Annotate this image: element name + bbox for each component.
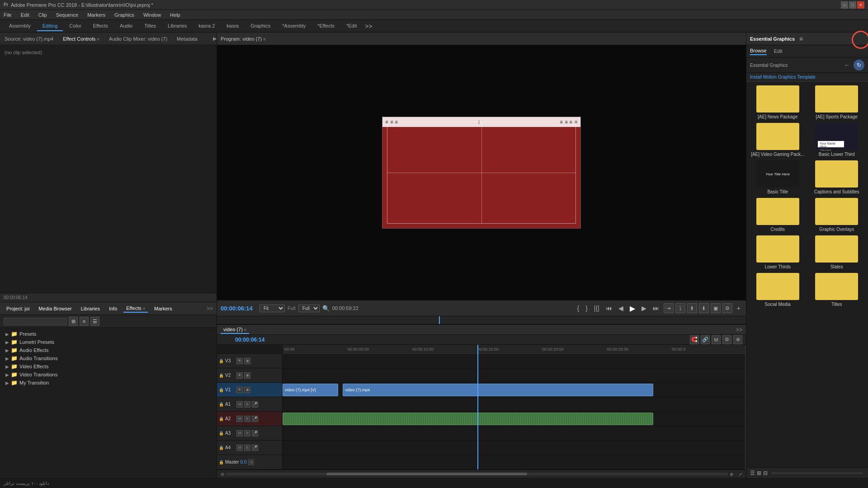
track-mic-a4[interactable]: 🎤 [252,445,258,451]
ws-tab-editing[interactable]: Editing [37,21,63,31]
eg-item-captions[interactable]: Captions and Subtitles [809,160,865,194]
track-m-a4[interactable]: M [236,445,243,451]
effects-tab[interactable]: Effects ≡ [123,305,148,313]
project-tab[interactable]: Project: joi [4,305,32,312]
timeline-timecode[interactable]: 00:00:06:14 [235,337,264,343]
clip-v1-2[interactable]: video (7).mp4 [343,384,653,396]
mark-in-button[interactable]: { [575,304,581,313]
ws-tab-color[interactable]: Color [64,21,86,31]
track-s-a3[interactable]: S [244,430,250,436]
track-s-a2[interactable]: S [244,416,250,422]
go-in-button[interactable]: ⏮ [604,304,614,313]
go-out-button[interactable]: ⏭ [651,304,661,313]
track-eye-v3[interactable]: 👁 [236,358,243,364]
markers-tab-left[interactable]: Markers [151,305,175,312]
track-s-a1[interactable]: S [244,401,250,408]
play-button[interactable]: ▶ [628,303,637,314]
settings-icon[interactable]: ⚙ [722,303,732,313]
mark-out-button[interactable]: } [584,304,590,313]
program-scrub-bar[interactable] [217,316,746,324]
eg-install-button[interactable]: Install Motion Graphics Template [750,75,816,80]
eg-item-graphic-overlays[interactable]: Graphic Overlays [809,198,865,232]
tl-zoom-out[interactable]: ⊖ [221,472,224,477]
menu-help[interactable]: Help [168,11,182,19]
overwrite-icon[interactable]: ⤵ [675,303,685,313]
effects-search-input[interactable] [4,318,67,325]
timeline-btn-add-marker[interactable]: M [712,335,721,344]
tl-zoom-slider[interactable] [226,473,728,475]
mark-clip-button[interactable]: |{| [592,304,601,313]
tree-lumetri[interactable]: ▶ 📁 Lumetri Presets [0,338,217,346]
tree-video-transitions[interactable]: ▶ 📁 Video Transitions [0,371,217,379]
eg-item-slates[interactable]: Slates [809,235,865,269]
extract-icon[interactable]: ⬇ [699,303,709,313]
ws-tab-audio[interactable]: Audio [114,21,138,31]
eg-item-credits[interactable]: Credits [750,198,806,232]
ws-tab-assembly2[interactable]: *Assembly [277,21,311,31]
menu-graphics[interactable]: Graphics [113,11,136,19]
tree-video-effects[interactable]: ▶ 📁 Video Effects [0,362,217,371]
eg-item-news-package[interactable]: [AE] News Package [750,85,806,119]
eg-back-icon[interactable]: ← [844,62,850,68]
media-browser-tab[interactable]: Media Browser [36,305,74,312]
libraries-tab[interactable]: Libraries [78,305,103,312]
eg-item-titles[interactable]: Titles [809,273,865,307]
close-button[interactable]: ✕ [857,1,864,9]
tree-presets[interactable]: ▶ 📁 Presets [0,330,217,338]
eg-item-sports-package[interactable]: [AE] Sports Package [809,85,865,119]
timeline-btn-link[interactable]: 🔗 [701,335,710,344]
eg-grid-view-button[interactable]: ⊞ [757,470,761,476]
track-mic-a3[interactable]: 🎤 [252,430,258,436]
timeline-title-tab[interactable]: video (7) ≡ [221,326,249,334]
eg-zoom-slider[interactable]: ⊟ [763,470,768,476]
workspace-more[interactable]: >> [365,23,372,30]
tree-audio-transitions[interactable]: ▶ 📁 Audio Transitions [0,354,217,362]
ws-tab-effects[interactable]: Effects [88,21,113,31]
quality-select[interactable]: Full 1/2 1/4 [298,305,320,312]
tree-audio-effects[interactable]: ▶ 📁 Audio Effects [0,346,217,354]
clip-a2-1[interactable] [283,413,653,425]
clip-v1-1[interactable]: video (7).mp4 [V] [283,384,338,396]
effect-controls-tab[interactable]: Effect Controls ≡ [58,35,104,42]
panel-expand-icon[interactable]: >> [207,305,213,312]
menu-edit[interactable]: Edit [19,11,31,19]
eg-zoom-bar[interactable] [771,472,863,474]
menu-clip[interactable]: Clip [37,11,49,19]
timeline-content[interactable]: 00:00 00:00:05:00 00:00:10:00 00:00:15:0… [283,345,746,469]
ws-tab-titles[interactable]: Titles [139,21,161,31]
timeline-expand[interactable]: >> [736,327,742,333]
menu-file[interactable]: File [2,11,14,19]
source-tab[interactable]: Source: video (7).mp4 [0,35,58,42]
track-m-a3[interactable]: M [236,430,243,436]
track-solo-v3[interactable]: ◉ [244,358,250,364]
audio-clip-mixer-tab[interactable]: Audio Clip Mixer: video (7) [104,35,172,42]
eg-item-gaming-pack[interactable]: [AE] Video Gaming Pack... [750,123,806,157]
effects-btn2[interactable]: ≡ [80,317,89,326]
eg-item-social-media[interactable]: Social Media [750,273,806,307]
safe-margins-icon[interactable]: ▣ [711,303,721,313]
track-eye-v1[interactable]: 👁 [236,387,243,393]
lift-icon[interactable]: ⬆ [687,303,697,313]
track-s-a4[interactable]: S [244,445,250,451]
program-timecode[interactable]: 00:00:06:14 [221,305,257,312]
ws-tab-effects2[interactable]: *Effects [312,21,340,31]
eg-item-lower-thirds[interactable]: Lower Thirds [750,235,806,269]
master-btn[interactable]: ⊣ [248,459,254,465]
track-mic-a1[interactable]: 🎤 [252,401,258,408]
eg-menu-button[interactable]: ≡ [799,35,803,42]
ws-tab-kasra2[interactable]: kasra 2 [193,21,220,31]
step-forward-button[interactable]: ▶ [640,304,648,313]
ws-tab-graphics[interactable]: Graphics [245,21,276,31]
track-m-a1[interactable]: M [236,401,243,408]
effects-btn3[interactable]: ☰ [90,317,99,326]
timeline-btn-snap[interactable]: 🧲 [690,335,699,344]
eg-item-basic-lower-third[interactable]: Your Name HereTitle Here Basic Lower Thi… [809,123,865,157]
tl-zoom-in[interactable]: ⊕ [730,472,733,477]
eg-sync-button[interactable]: ↻ [854,60,864,70]
ws-tab-assembly[interactable]: Assembly [4,21,36,31]
track-mic-a2[interactable]: 🎤 [252,416,258,422]
effects-btn1[interactable]: ⊞ [69,317,78,326]
timeline-btn-settings[interactable]: ⚙ [722,335,731,344]
eg-browse-tab[interactable]: Browse [750,48,767,55]
eg-list-view-button[interactable]: ☰ [750,470,755,476]
